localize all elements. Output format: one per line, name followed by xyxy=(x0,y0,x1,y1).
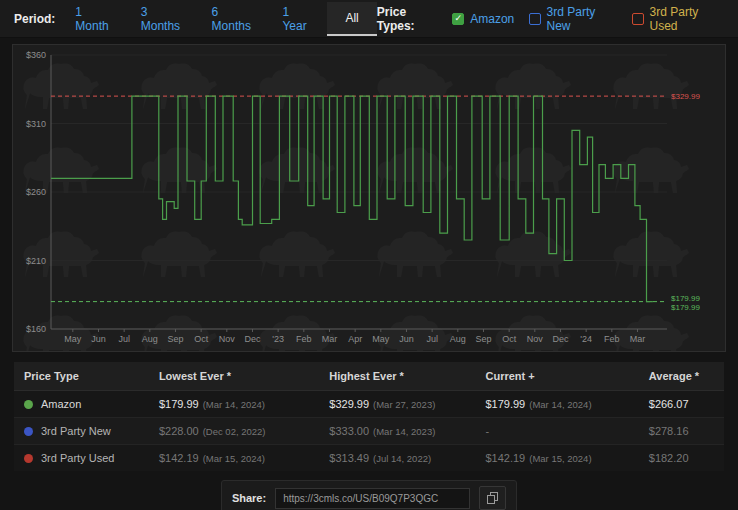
x-tick-label: Aug xyxy=(142,334,158,344)
copy-icon xyxy=(487,492,498,504)
annotation-label-2: $179.99 xyxy=(671,303,700,312)
price-summary-table: Price TypeLowest Ever *Highest Ever *Cur… xyxy=(14,362,724,471)
price-type-name: 3rd Party New xyxy=(41,425,111,437)
column-header-lowest-ever: Lowest Ever * xyxy=(149,362,319,391)
current-date: (Mar 15, 2024) xyxy=(529,453,591,464)
x-tick-label: Mar xyxy=(630,334,646,344)
highest-date: (Mar 14, 2023) xyxy=(373,426,435,437)
period-option-all[interactable]: All xyxy=(327,2,376,36)
price-history-chart: $360$310$260$210$160MayJunJulAugSepOctNo… xyxy=(13,45,723,351)
series-dot xyxy=(24,400,33,409)
x-tick-label: Oct xyxy=(194,334,209,344)
x-tick-label: Dec xyxy=(552,334,569,344)
lowest-price: $142.19 xyxy=(159,452,199,464)
table-row-amazon: Amazon$179.99(Mar 14, 2024)$329.99(Mar 2… xyxy=(14,391,724,418)
highest-price: $329.99 xyxy=(329,398,369,410)
x-tick-label: Apr xyxy=(348,334,362,344)
lowest-date: (Mar 14, 2024) xyxy=(203,399,265,410)
period-option-1-month[interactable]: 1 Month xyxy=(63,0,126,42)
share-bar: Share: xyxy=(0,480,738,510)
x-tick-label: Oct xyxy=(502,334,517,344)
x-tick-label: May xyxy=(372,334,390,344)
series-dot xyxy=(24,454,33,463)
share-url-input[interactable] xyxy=(275,488,470,509)
price-type-options: ✓Amazon3rd Party New3rd Party Used xyxy=(452,5,724,33)
table-body: Amazon$179.99(Mar 14, 2024)$329.99(Mar 2… xyxy=(14,391,724,472)
column-header-price-type: Price Type xyxy=(14,362,149,391)
table-row-3rd-party-new: 3rd Party New$228.00(Dec 02, 2022)$333.0… xyxy=(14,418,724,445)
price-types-selector: Price Types: ✓Amazon3rd Party New3rd Par… xyxy=(377,5,724,33)
lowest-date: (Mar 15, 2024) xyxy=(203,453,265,464)
highest-price: $313.49 xyxy=(329,452,369,464)
series-dot xyxy=(24,427,33,436)
x-tick-label: Jul xyxy=(426,334,438,344)
x-tick-label: Jun xyxy=(91,334,106,344)
table-header-row: Price TypeLowest Ever *Highest Ever *Cur… xyxy=(14,362,724,391)
current-price: $142.19 xyxy=(485,452,525,464)
x-tick-label: Aug xyxy=(450,334,466,344)
average-price: $266.07 xyxy=(649,398,689,410)
x-tick-label: '24 xyxy=(580,334,592,344)
period-options: 1 Month3 Months6 Months1 YearAll xyxy=(63,0,376,42)
average-price: $182.20 xyxy=(649,452,689,464)
lowest-date: (Dec 02, 2022) xyxy=(203,426,266,437)
watermark-layer xyxy=(13,45,723,351)
current-date: (Mar 14, 2024) xyxy=(529,399,591,410)
price-type-label: 3rd Party New xyxy=(547,5,618,33)
checkbox-3rd-party-used[interactable] xyxy=(632,13,643,25)
period-selector: Period: 1 Month3 Months6 Months1 YearAll xyxy=(14,0,377,42)
average-price: $278.16 xyxy=(649,425,689,437)
price-type-3rd-party-new[interactable]: 3rd Party New xyxy=(529,5,617,33)
chart-panel: $360$310$260$210$160MayJunJulAugSepOctNo… xyxy=(12,44,726,352)
x-tick-label: Nov xyxy=(219,334,236,344)
table-row-3rd-party-used: 3rd Party Used$142.19(Mar 15, 2024)$313.… xyxy=(14,445,724,472)
column-header-average: Average * xyxy=(639,362,724,391)
column-header-highest-ever: Highest Ever * xyxy=(319,362,475,391)
period-option-6-months[interactable]: 6 Months xyxy=(200,0,269,42)
lowest-price: $228.00 xyxy=(159,425,199,437)
current-price: - xyxy=(485,425,489,437)
price-type-label: Amazon xyxy=(470,12,514,26)
x-tick-label: May xyxy=(64,334,82,344)
price-type-3rd-party-used[interactable]: 3rd Party Used xyxy=(632,5,724,33)
lowest-price: $179.99 xyxy=(159,398,199,410)
period-label: Period: xyxy=(14,12,55,26)
y-tick-label: $360 xyxy=(26,50,46,60)
controls-bar: Period: 1 Month3 Months6 Months1 YearAll… xyxy=(0,0,738,38)
annotation-label: $329.99 xyxy=(671,92,700,101)
x-tick-label: Mar xyxy=(322,334,338,344)
column-header-current: Current + xyxy=(475,362,638,391)
highest-date: (Jul 14, 2022) xyxy=(373,453,431,464)
copy-button[interactable] xyxy=(479,486,506,510)
price-type-name: 3rd Party Used xyxy=(41,452,114,464)
price-types-label: Price Types: xyxy=(377,5,444,33)
highest-date: (Mar 27, 2023) xyxy=(373,399,435,410)
price-type-amazon[interactable]: ✓Amazon xyxy=(452,12,514,26)
x-tick-label: Nov xyxy=(527,334,544,344)
x-tick-label: Feb xyxy=(296,334,312,344)
x-tick-label: Jun xyxy=(399,334,414,344)
y-tick-label: $210 xyxy=(26,256,46,266)
x-tick-label: Dec xyxy=(244,334,261,344)
highest-price: $333.00 xyxy=(329,425,369,437)
share-box: Share: xyxy=(221,480,517,510)
checkbox-3rd-party-new[interactable] xyxy=(529,13,540,25)
y-tick-label: $160 xyxy=(26,324,46,334)
x-tick-label: Jul xyxy=(118,334,130,344)
x-tick-label: '23 xyxy=(272,334,284,344)
x-tick-label: Feb xyxy=(604,334,620,344)
y-tick-label: $260 xyxy=(26,187,46,197)
y-tick-label: $310 xyxy=(26,119,46,129)
x-tick-label: Sep xyxy=(167,334,183,344)
annotation-label: $179.99 xyxy=(671,294,700,303)
period-option-3-months[interactable]: 3 Months xyxy=(129,0,198,42)
period-option-1-year[interactable]: 1 Year xyxy=(270,0,325,42)
x-tick-label: Sep xyxy=(475,334,491,344)
price-type-label: 3rd Party Used xyxy=(650,5,724,33)
checkbox-amazon[interactable]: ✓ xyxy=(452,13,464,25)
share-label: Share: xyxy=(232,492,266,504)
price-type-name: Amazon xyxy=(41,398,81,410)
current-price: $179.99 xyxy=(485,398,525,410)
